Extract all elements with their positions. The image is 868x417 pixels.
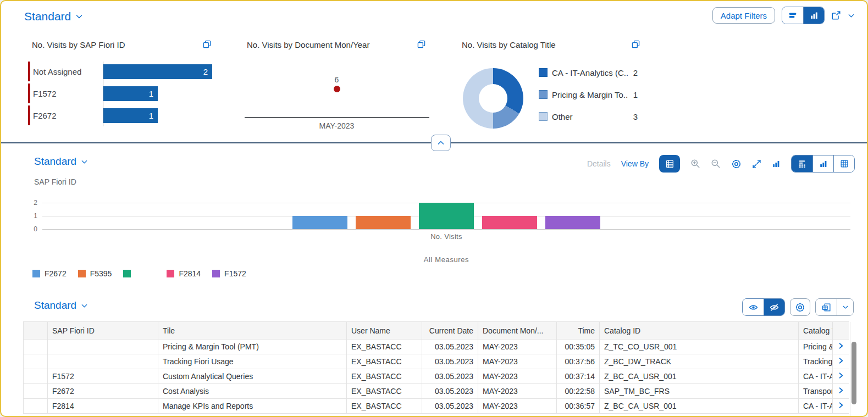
row-selector-cell (24, 369, 48, 384)
x-axis-title: No. Visits (42, 232, 850, 241)
scatter-point[interactable] (334, 86, 340, 92)
filter-fields-view-button[interactable] (782, 7, 803, 24)
open-in-new-window-icon[interactable] (203, 40, 211, 48)
col-user-name[interactable]: User Name (347, 322, 422, 340)
col-document-mon[interactable]: Document Mon/... (478, 322, 557, 340)
scrollbar-thumb[interactable] (852, 342, 856, 404)
hbar-row[interactable]: Not Assigned2 (26, 60, 213, 82)
time-cell: 00:22:58 (557, 384, 600, 399)
eye-icon (749, 303, 758, 312)
table-row[interactable]: Tracking Fiori UsageEX_BASTACC03.05.2023… (24, 354, 849, 369)
current-date-cell: 03.05.2023 (422, 399, 478, 414)
export-menu-button[interactable] (837, 299, 853, 315)
chart-legend-item[interactable]: F2814 (167, 269, 201, 278)
col-catalog-id[interactable]: Catalog ID (600, 322, 799, 340)
fiori-id-cell: F2814 (48, 399, 158, 414)
donut-legend: CA - IT-Analytics (C...2Pricing & Margin… (539, 66, 638, 132)
col-row-selector (24, 322, 48, 340)
fiori-id-cell (48, 340, 158, 354)
export-spreadsheet-icon (822, 303, 831, 312)
filterbar-expand-button[interactable] (848, 12, 855, 19)
column-bar[interactable] (292, 216, 347, 229)
collapse-filterbar-button[interactable] (431, 135, 451, 151)
catalog-id-cell: Z_TC_CO_USR_001 (600, 340, 799, 354)
time-cell: 00:36:57 (557, 399, 600, 414)
column-bar[interactable] (482, 216, 537, 229)
donut-legend-item[interactable]: CA - IT-Analytics (C...2 (539, 66, 638, 79)
column-bar[interactable] (419, 203, 474, 229)
bar[interactable]: 1 (103, 108, 158, 123)
variant-selector-chart[interactable]: Standard (34, 155, 88, 168)
catalog-title-cell: Transporta (799, 384, 833, 399)
chart-legend-item[interactable]: F5395 (78, 269, 112, 278)
chart-view-button[interactable] (803, 7, 824, 24)
time-cell: 00:37:14 (557, 369, 600, 384)
row-navigation-cell[interactable] (833, 399, 849, 414)
chart-only-view-button[interactable] (812, 155, 833, 172)
col-catalog-title[interactable]: Catalog Title (799, 322, 833, 340)
eye-slash-icon (770, 303, 779, 312)
legend-swatch (123, 270, 131, 277)
legend-swatch (539, 90, 548, 99)
fullscreen-button[interactable] (752, 159, 761, 169)
legend-value: 1 (628, 90, 638, 99)
chart-legend-item[interactable]: F1572 (212, 269, 246, 278)
export-to-spreadsheet-button[interactable] (816, 299, 837, 315)
bar[interactable]: 2 (103, 64, 212, 79)
variant-selector-table[interactable]: Standard (34, 299, 88, 312)
table-row[interactable]: Pricing & Margin Tool (PMT)EX_BASTACC03.… (24, 340, 849, 354)
view-by-button[interactable]: View By (621, 159, 649, 168)
donut-chart[interactable] (463, 68, 523, 129)
legend-swatch (167, 270, 174, 277)
filterbar-actions: Adapt Filters (712, 7, 855, 24)
user-name-cell: EX_BASTACC (347, 369, 422, 384)
hbar-chart: Not Assigned2F15721F26721 (26, 60, 213, 126)
table-only-view-button[interactable] (833, 155, 854, 172)
zoom-out-button[interactable] (711, 159, 721, 169)
document-mon-cell: MAY-2023 (478, 354, 557, 369)
col-sap-fiori-id[interactable]: SAP Fiori ID (48, 322, 158, 340)
row-navigation-cell[interactable] (833, 354, 849, 369)
drilldown-list-button[interactable] (659, 155, 680, 173)
donut-legend-item[interactable]: Pricing & Margin To...1 (539, 88, 638, 101)
chart-and-table-view-button[interactable] (792, 155, 812, 172)
share-icon (831, 10, 841, 20)
share-button[interactable] (831, 10, 841, 20)
hbar-row[interactable]: F26721 (26, 104, 213, 126)
donut-legend-item[interactable]: Other3 (539, 110, 638, 123)
show-details-button[interactable] (743, 299, 764, 315)
row-navigation-cell[interactable] (833, 384, 849, 399)
variant-selector-filterbar[interactable]: Standard (24, 10, 83, 23)
zoom-in-icon (690, 159, 700, 169)
col-tile[interactable]: Tile (158, 322, 347, 340)
details-button[interactable]: Details (587, 159, 611, 168)
chevron-up-icon (437, 139, 445, 147)
table-row[interactable]: F2814Manage KPIs and ReportsEX_BASTACC03… (24, 399, 849, 414)
chart-type-button[interactable] (772, 159, 781, 168)
chart-legend-item[interactable]: F2672 (32, 269, 67, 278)
column-bar[interactable] (356, 216, 411, 229)
table-vertical-scrollbar[interactable] (850, 322, 856, 416)
hide-details-button[interactable] (764, 299, 784, 315)
table-row[interactable]: F1572Custom Analytical QueriesEX_BASTACC… (24, 369, 849, 384)
row-selector-cell (24, 399, 48, 414)
zoom-in-button[interactable] (690, 159, 700, 169)
col-current-date[interactable]: Current Date (422, 322, 478, 340)
chart-legend-item[interactable] (123, 270, 155, 277)
adapt-filters-button[interactable]: Adapt Filters (712, 7, 775, 24)
row-navigation-cell[interactable] (833, 369, 849, 384)
document-mon-cell: MAY-2023 (478, 399, 557, 414)
col-time[interactable]: Time (557, 322, 600, 340)
expand-icon (752, 159, 761, 169)
open-in-new-window-icon[interactable] (417, 40, 425, 48)
row-navigation-cell[interactable] (833, 340, 849, 354)
table-settings-button[interactable] (790, 298, 810, 316)
open-in-new-window-icon[interactable] (632, 40, 640, 48)
column-bar[interactable] (545, 216, 600, 229)
hbar-row[interactable]: F15721 (26, 82, 213, 104)
chart-settings-button[interactable] (731, 159, 742, 169)
scatter-x-axis (245, 117, 429, 118)
bar[interactable]: 1 (103, 86, 158, 101)
table-row[interactable]: F2672Cost AnalysisEX_BASTACC03.05.2023MA… (24, 384, 849, 399)
time-cell: 00:37:56 (557, 354, 600, 369)
